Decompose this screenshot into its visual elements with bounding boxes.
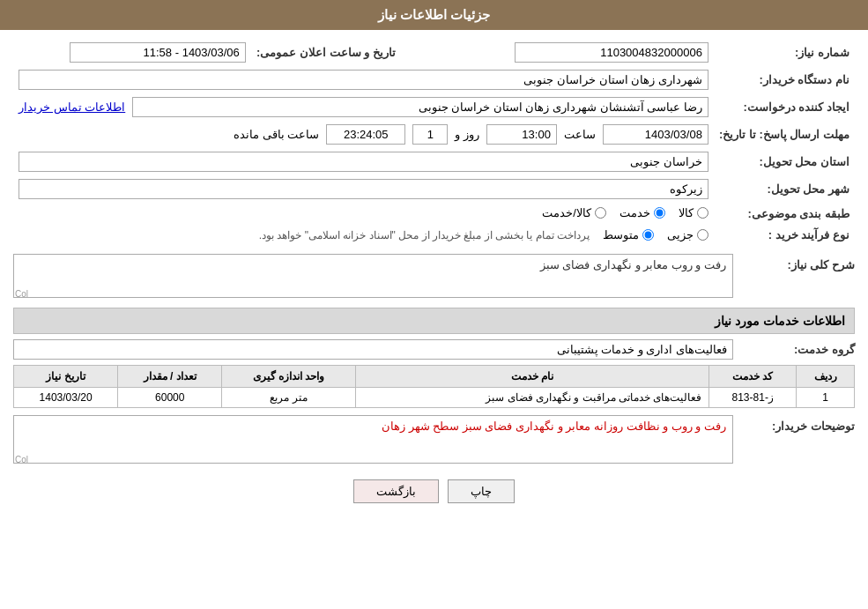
day-label: روز و — [455, 128, 479, 141]
print-button[interactable]: چاپ — [448, 479, 515, 503]
sharh-value: رفت و روب معابر و نگهداری فضای سبز — [540, 258, 726, 271]
sharh-label: شرح کلی نیاز: — [740, 254, 855, 271]
radio-kala-khadamat[interactable]: کالا/خدمت — [542, 206, 606, 219]
radio-motavaset[interactable]: متوسط — [603, 228, 654, 241]
col-indicator: Col — [15, 289, 28, 299]
radio-khadamat[interactable]: خدمت — [619, 206, 665, 219]
radio-jozei-input[interactable] — [697, 229, 708, 241]
radio-motavaset-input[interactable] — [642, 229, 654, 241]
radio-khadamat-label: خدمت — [619, 206, 650, 219]
ijad-label: ایجاد کننده درخواست: — [743, 100, 849, 114]
towzih-section: توضیحات خریدار: رفت و روب و نظافت روزانه… — [13, 415, 855, 466]
day-value: 1 — [412, 124, 448, 145]
khadamat-section-header: اطلاعات خدمات مورد نیاز — [13, 308, 855, 334]
farainad-desc: پرداخت تمام یا بخشی از مبلغ خریدار از مح… — [259, 229, 590, 241]
shomara-label: شماره نیاز: — [795, 46, 849, 59]
etelaat-link[interactable]: اطلاعات تماس خریدار — [19, 100, 125, 114]
th-nam: نام خدمت — [355, 366, 709, 388]
th-radif: ردیف — [797, 366, 855, 388]
gorooh-row: گروه خدمت: فعالیت‌های اداری و خدمات پشتی… — [13, 339, 855, 360]
countdown-value: 23:24:05 — [326, 124, 405, 145]
th-tarikh: تاریخ نیاز — [14, 366, 118, 388]
col-indicator-2: Col — [15, 455, 28, 464]
table-row: 1 ز-81-813 فعالیت‌های خدماتی مراقبت و نگ… — [14, 388, 855, 408]
page-title: جزئیات اطلاعات نیاز — [378, 7, 490, 22]
shahr-label: شهر محل تحویل: — [767, 182, 849, 196]
button-row: چاپ بازگشت — [13, 479, 855, 503]
farainad-radio-group: جزیی متوسط — [603, 228, 708, 241]
towzih-value: رفت و روب و نظافت روزانه معابر و نگهداری… — [382, 420, 726, 433]
gorooh-label: گروه خدمت: — [740, 343, 855, 356]
gorooh-value: فعالیت‌های اداری و خدمات پشتیبانی — [13, 339, 733, 360]
th-kod: کد خدمت — [709, 366, 797, 388]
time-value: 13:00 — [486, 124, 557, 145]
radio-kala-khadamat-label: کالا/خدمت — [542, 206, 591, 219]
date-value: 1403/03/08 — [603, 124, 708, 145]
cell-nam: فعالیت‌های خدماتی مراقبت و نگهداری فضای … — [355, 388, 709, 408]
cell-tedad: 60000 — [118, 388, 222, 408]
nam-dastgah-label: نام دستگاه خریدار: — [759, 73, 849, 86]
radio-kala[interactable]: کالا — [679, 206, 708, 219]
countdown-label: ساعت باقی مانده — [234, 128, 319, 141]
taarikh-elaan-label: تاریخ و ساعت اعلان عمومی: — [256, 46, 396, 59]
cell-radif: 1 — [797, 388, 855, 408]
taarikh-elaan-value: 1403/03/06 - 11:58 — [70, 42, 246, 63]
page-container: جزئیات اطلاعات نیاز شماره نیاز: 11030048… — [0, 0, 868, 609]
radio-jozei[interactable]: جزیی — [667, 228, 708, 241]
sharh-section: شرح کلی نیاز: رفت و روب معابر و نگهداری … — [13, 254, 855, 301]
cell-vahed: متر مربع — [222, 388, 355, 408]
cell-tarikh: 1403/03/20 — [14, 388, 118, 408]
nam-dastgah-value: شهرداری زهان استان خراسان جنوبی — [19, 70, 708, 90]
page-header: جزئیات اطلاعات نیاز — [0, 0, 868, 30]
tabaqe-radio-group: کالا خدمت کالا/خدمت — [542, 206, 708, 219]
radio-kala-khadamat-input[interactable] — [595, 207, 606, 219]
th-vahed: واحد اندازه گیری — [222, 366, 355, 388]
radio-khadamat-input[interactable] — [654, 207, 665, 219]
services-table: ردیف کد خدمت نام خدمت واحد اندازه گیری ت… — [13, 365, 855, 408]
time-label: ساعت — [564, 128, 596, 141]
tabaqe-label: طبقه بندی موضوعی: — [747, 207, 849, 220]
mohlat-label: مهلت ارسال پاسخ: تا تاریخ: — [719, 128, 849, 141]
ijad-value: رضا عباسی آتشنشان شهرداری زهان استان خرا… — [132, 97, 708, 117]
radio-kala-label: کالا — [679, 206, 694, 219]
info-table-main: شماره نیاز: 1103004832000006 تاریخ و ساع… — [13, 39, 855, 245]
radio-jozei-label: جزیی — [667, 228, 694, 241]
content-area: شماره نیاز: 1103004832000006 تاریخ و ساع… — [0, 30, 868, 521]
ostan-value: خراسان جنوبی — [19, 152, 708, 172]
shomara-value: 1103004832000006 — [515, 42, 708, 63]
radio-kala-input[interactable] — [697, 207, 708, 219]
cell-kod: ز-81-813 — [709, 388, 797, 408]
radio-motavaset-label: متوسط — [603, 228, 639, 241]
ostan-label: استان محل تحویل: — [759, 155, 849, 168]
th-tedad: تعداد / مقدار — [118, 366, 222, 388]
shahr-value: زیرکوه — [19, 179, 708, 199]
nav-farainad-label: نوع فرآیند خرید : — [768, 228, 849, 241]
towzih-label: توضیحات خریدار: — [740, 415, 855, 433]
back-button[interactable]: بازگشت — [353, 479, 439, 503]
